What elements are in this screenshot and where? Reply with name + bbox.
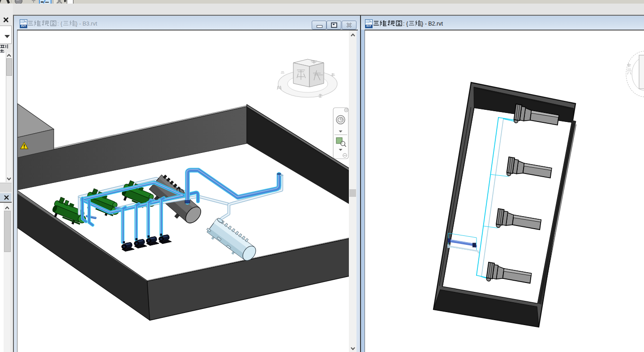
svg-text:: {: : {: [403, 21, 408, 27]
svg-text:} - B2.rvt: } - B2.rvt: [421, 21, 443, 27]
svg-text:: {: : {: [57, 21, 62, 27]
svg-text:} - B3.rvt: } - B3.rvt: [76, 21, 97, 27]
